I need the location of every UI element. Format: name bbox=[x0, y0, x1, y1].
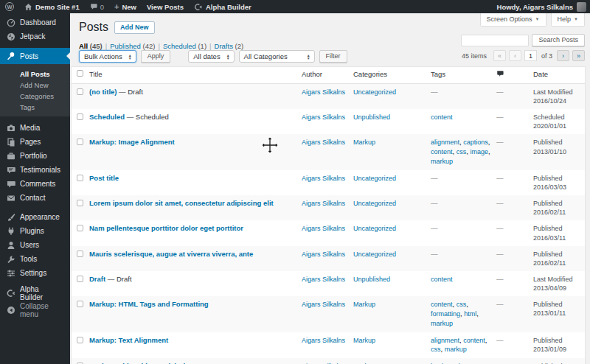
bulk-actions-select[interactable]: Bulk Actions ▲▼ bbox=[79, 50, 136, 63]
comments-menu[interactable]: 0 bbox=[85, 0, 109, 13]
row-checkbox[interactable] bbox=[77, 113, 83, 120]
row-checkbox[interactable] bbox=[77, 139, 83, 145]
author-link[interactable]: Aigars Silkalns bbox=[302, 88, 345, 96]
sidebar-item-plugins[interactable]: Plugins bbox=[0, 224, 70, 238]
first-page-button[interactable]: « bbox=[493, 50, 506, 61]
tag-link[interactable]: css bbox=[431, 346, 441, 353]
author-link[interactable]: Aigars Silkalns bbox=[302, 251, 345, 258]
tag-link[interactable]: content bbox=[463, 337, 485, 344]
tag-link[interactable]: image bbox=[471, 148, 489, 155]
row-checkbox[interactable] bbox=[77, 225, 83, 231]
post-title-link[interactable]: (no title) bbox=[89, 88, 117, 96]
post-title-link[interactable]: Post title bbox=[89, 174, 119, 182]
view-filter-all[interactable]: All (45) bbox=[79, 42, 103, 50]
filter-button[interactable]: Filter bbox=[319, 50, 347, 63]
category-link[interactable]: Uncategorized bbox=[353, 225, 396, 232]
user-avatar[interactable] bbox=[577, 2, 586, 12]
view-filter-published[interactable]: Published (42) bbox=[110, 42, 155, 50]
dates-filter-select[interactable]: All dates ▲▼ bbox=[188, 50, 234, 63]
sidebar-item-posts[interactable]: Posts bbox=[0, 48, 70, 64]
row-checkbox[interactable] bbox=[77, 200, 83, 206]
row-checkbox[interactable] bbox=[77, 276, 83, 282]
category-link[interactable]: Uncategorized bbox=[353, 175, 396, 182]
tag-link[interactable]: alignment bbox=[431, 139, 459, 146]
category-link[interactable]: Uncategorized bbox=[353, 251, 396, 258]
screen-options-button[interactable]: Screen Options ▼ bbox=[480, 13, 546, 27]
author-link[interactable]: Aigars Silkalns bbox=[302, 301, 345, 308]
column-header-title[interactable]: Title bbox=[89, 67, 302, 83]
new-menu[interactable]: + New bbox=[109, 0, 142, 13]
tag-link[interactable]: content bbox=[431, 148, 453, 155]
categories-filter-select[interactable]: All Categories ▲▼ bbox=[239, 50, 315, 63]
tag-link[interactable]: html bbox=[464, 310, 476, 318]
site-name-menu[interactable]: Demo Site #1 bbox=[19, 0, 85, 13]
sidebar-item-media[interactable]: Media bbox=[0, 121, 70, 135]
column-header-date[interactable]: Date bbox=[533, 67, 586, 83]
search-input[interactable] bbox=[461, 35, 529, 46]
tag-link[interactable]: css bbox=[457, 301, 467, 308]
sidebar-item-portfolio[interactable]: Portfolio bbox=[0, 149, 70, 163]
post-title-link[interactable]: Scheduled bbox=[89, 113, 125, 121]
alpha-builder-menu[interactable]: Alpha Builder bbox=[189, 0, 257, 13]
sidebar-item-testimonials[interactable]: Testimonials bbox=[0, 163, 70, 177]
row-checkbox[interactable] bbox=[77, 251, 83, 257]
author-link[interactable]: Aigars Silkalns bbox=[302, 337, 345, 344]
next-page-button[interactable]: › bbox=[557, 50, 569, 61]
post-title-link[interactable]: Nam pellentesque porttitor dolor eget po… bbox=[89, 224, 243, 232]
sidebar-subitem-all-posts[interactable]: All Posts bbox=[0, 69, 70, 80]
sidebar-item-settings[interactable]: Settings bbox=[0, 266, 70, 280]
author-link[interactable]: Aigars Silkalns bbox=[302, 276, 345, 283]
search-posts-button[interactable]: Search Posts bbox=[532, 34, 585, 46]
howdy-label[interactable]: Howdy, Aigars Silkalns bbox=[497, 3, 573, 11]
category-link[interactable]: Markup bbox=[353, 139, 375, 146]
select-all-checkbox[interactable] bbox=[77, 70, 83, 77]
post-title-link[interactable]: Mauris scelerisque, augue at viverra viv… bbox=[89, 250, 253, 258]
sidebar-item-comments[interactable]: Comments bbox=[0, 177, 70, 191]
tag-link[interactable]: content bbox=[431, 113, 453, 121]
view-filter-scheduled[interactable]: Scheduled (1) bbox=[163, 42, 206, 50]
help-button[interactable]: Help ▼ bbox=[551, 13, 585, 27]
category-link[interactable]: Unpublished bbox=[353, 113, 390, 121]
view-posts-menu[interactable]: View Posts bbox=[142, 0, 189, 13]
sidebar-item-contact[interactable]: Contact bbox=[0, 191, 70, 205]
sidebar-item-pages[interactable]: Pages bbox=[0, 135, 70, 149]
post-title-link[interactable]: Markup: Image Alignment bbox=[89, 138, 175, 146]
tag-link[interactable]: markup bbox=[431, 158, 453, 165]
sidebar-item-tools[interactable]: Tools bbox=[0, 252, 70, 266]
last-page-button[interactable]: » bbox=[572, 50, 585, 61]
post-title-link[interactable]: Markup: Text Alignment bbox=[89, 336, 168, 344]
view-filter-drafts[interactable]: Drafts (2) bbox=[215, 42, 244, 50]
tag-link[interactable]: captions bbox=[463, 139, 488, 146]
sidebar-subitem-categories[interactable]: Categories bbox=[0, 91, 70, 102]
sidebar-subitem-tags[interactable]: Tags bbox=[0, 102, 70, 113]
row-checkbox[interactable] bbox=[77, 337, 83, 343]
sidebar-item-jetpack[interactable]: Jetpack bbox=[0, 29, 70, 43]
prev-page-button[interactable]: ‹ bbox=[509, 50, 521, 61]
sidebar-item-collapse-menu[interactable]: Collapse menu bbox=[0, 303, 70, 317]
sidebar-item-appearance[interactable]: Appearance bbox=[0, 210, 70, 224]
tag-link[interactable]: alignment bbox=[431, 337, 459, 344]
author-link[interactable]: Aigars Silkalns bbox=[302, 113, 345, 121]
row-checkbox[interactable] bbox=[77, 88, 83, 95]
post-title-link[interactable]: Markup: HTML Tags and Formatting bbox=[89, 300, 209, 308]
tag-link[interactable]: content bbox=[431, 301, 453, 308]
row-checkbox[interactable] bbox=[77, 175, 83, 181]
apply-button[interactable]: Apply bbox=[141, 50, 171, 63]
category-link[interactable]: Uncategorized bbox=[353, 200, 396, 207]
sidebar-item-users[interactable]: Users bbox=[0, 238, 70, 252]
category-link[interactable]: Markup bbox=[353, 337, 375, 344]
post-title-link[interactable]: Lorem ipsum dolor sit amet, consectetur … bbox=[89, 199, 274, 207]
tag-link[interactable]: markup bbox=[445, 346, 467, 353]
category-link[interactable]: Uncategorized bbox=[353, 88, 396, 96]
author-link[interactable]: Aigars Silkalns bbox=[302, 200, 345, 207]
add-new-button[interactable]: Add New bbox=[114, 21, 155, 34]
post-title-link[interactable]: Draft bbox=[89, 275, 105, 283]
category-link[interactable]: Unpublished bbox=[353, 276, 390, 283]
tag-link[interactable]: formatting bbox=[431, 310, 460, 318]
wp-logo-menu[interactable]: W bbox=[0, 0, 19, 13]
sidebar-subitem-add-new[interactable]: Add New bbox=[0, 80, 70, 91]
current-page-input[interactable] bbox=[524, 50, 537, 61]
tag-link[interactable]: content bbox=[431, 276, 453, 283]
tag-link[interactable]: css bbox=[457, 148, 467, 155]
row-checkbox[interactable] bbox=[77, 301, 83, 307]
